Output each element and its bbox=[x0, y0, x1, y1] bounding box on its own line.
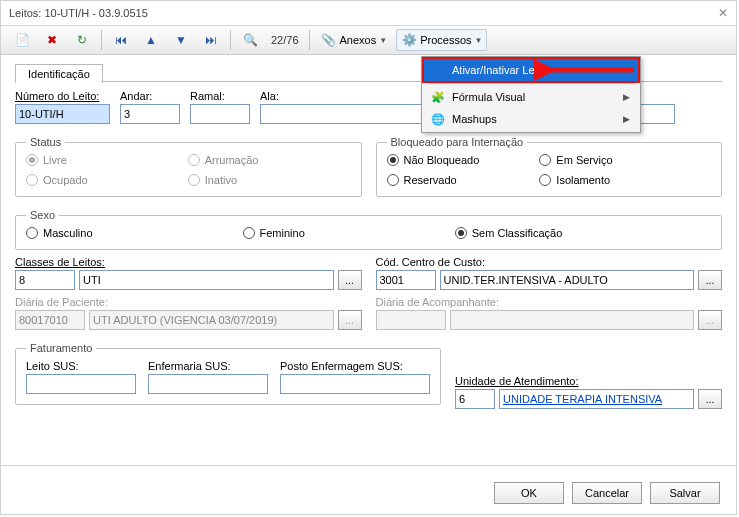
bloq-isolamento[interactable]: Isolamento bbox=[539, 174, 612, 186]
search-button[interactable]: 🔍 bbox=[237, 29, 263, 51]
x-icon: ✖ bbox=[44, 32, 60, 48]
bloqueado-group: Bloqueado para Internação Não Bloqueado … bbox=[376, 136, 723, 197]
classes-label: Classes de Leitos: bbox=[15, 256, 362, 268]
sexo-group: Sexo Masculino Feminino Sem Classificaçã… bbox=[15, 209, 722, 250]
last-button[interactable]: ⏭ bbox=[198, 29, 224, 51]
unidade-label: Unidade de Atendimento: bbox=[455, 375, 722, 387]
last-icon: ⏭ bbox=[203, 32, 219, 48]
paperclip-icon: 📎 bbox=[321, 32, 337, 48]
bloq-nao[interactable]: Não Bloqueado bbox=[387, 154, 480, 166]
classes-desc-input[interactable] bbox=[79, 270, 334, 290]
menu-item-label: Mashups bbox=[452, 113, 497, 125]
faturamento-group: Faturamento Leito SUS: Enfermaria SUS: P… bbox=[15, 342, 441, 405]
leito-sus-label: Leito SUS: bbox=[26, 360, 136, 372]
footer-divider bbox=[1, 465, 736, 466]
enfermaria-sus-input[interactable] bbox=[148, 374, 268, 394]
sexo-fem[interactable]: Feminino bbox=[243, 227, 305, 239]
close-icon[interactable]: ✕ bbox=[718, 6, 728, 20]
unidade-code-input[interactable] bbox=[455, 389, 495, 409]
separator bbox=[230, 30, 231, 50]
ramal-input[interactable] bbox=[190, 104, 250, 124]
enfermaria-sus-label: Enfermaria SUS: bbox=[148, 360, 268, 372]
status-inativo: Inativo bbox=[188, 174, 259, 186]
centro-browse-button[interactable]: ... bbox=[698, 270, 722, 290]
refresh-icon: ↻ bbox=[74, 32, 90, 48]
tab-identificacao[interactable]: Identificação bbox=[15, 64, 103, 83]
first-icon: ⏮ bbox=[113, 32, 129, 48]
refresh-button[interactable]: ↻ bbox=[69, 29, 95, 51]
ramal-label: Ramal: bbox=[190, 90, 250, 102]
diaria-pac-browse-button: ... bbox=[338, 310, 362, 330]
chevron-right-icon: ▶ bbox=[623, 114, 630, 124]
sexo-sem[interactable]: Sem Classificação bbox=[455, 227, 562, 239]
diaria-acomp-desc-input bbox=[450, 310, 695, 330]
classes-browse-button[interactable]: ... bbox=[338, 270, 362, 290]
status-group: Status Livre Ocupado Arrumação Inativo bbox=[15, 136, 362, 197]
diaria-acomp-browse-button: ... bbox=[698, 310, 722, 330]
menu-item-mashups[interactable]: 🌐 Mashups ▶ bbox=[424, 108, 638, 130]
processos-menu: Ativar/Inativar Leito 🧩 Fórmula Visual ▶… bbox=[421, 56, 641, 133]
diaria-acomp-code-input bbox=[376, 310, 446, 330]
andar-input[interactable] bbox=[120, 104, 180, 124]
prev-button[interactable]: ▲ bbox=[138, 29, 164, 51]
toolbar: 📄 ✖ ↻ ⏮ ▲ ▼ ⏭ 🔍 22/76 📎 Anexos ▼ ⚙️ Proc… bbox=[1, 25, 736, 55]
first-button[interactable]: ⏮ bbox=[108, 29, 134, 51]
diagram-icon: 🧩 bbox=[430, 89, 446, 105]
unidade-browse-button[interactable]: ... bbox=[698, 389, 722, 409]
chevron-right-icon: ▶ bbox=[623, 92, 630, 102]
centro-label: Cód. Centro de Custo: bbox=[376, 256, 723, 268]
new-button[interactable]: 📄 bbox=[9, 29, 35, 51]
binoculars-icon: 🔍 bbox=[242, 32, 258, 48]
unidade-desc-input[interactable] bbox=[499, 389, 694, 409]
diaria-acomp-label: Diária de Acompanhante: bbox=[376, 296, 723, 308]
numero-leito-label: Número do Leito: bbox=[15, 90, 110, 102]
status-legend: Status bbox=[26, 136, 65, 148]
next-button[interactable]: ▼ bbox=[168, 29, 194, 51]
sexo-masc[interactable]: Masculino bbox=[26, 227, 93, 239]
status-arrumacao: Arrumação bbox=[188, 154, 259, 166]
andar-label: Andar: bbox=[120, 90, 180, 102]
anexos-label: Anexos bbox=[340, 34, 377, 46]
chevron-down-icon: ▼ bbox=[475, 36, 483, 45]
sexo-legend: Sexo bbox=[26, 209, 59, 221]
faturamento-legend: Faturamento bbox=[26, 342, 96, 354]
bloq-reservado[interactable]: Reservado bbox=[387, 174, 480, 186]
page-icon: 📄 bbox=[14, 32, 30, 48]
next-icon: ▼ bbox=[173, 32, 189, 48]
centro-code-input[interactable] bbox=[376, 270, 436, 290]
window-title: Leitos: 10-UTI/H - 03.9.0515 bbox=[9, 7, 148, 19]
diaria-pac-code-input bbox=[15, 310, 85, 330]
posto-sus-label: Posto Enfermagem SUS: bbox=[280, 360, 430, 372]
processos-button[interactable]: ⚙️ Processos ▼ bbox=[396, 29, 487, 51]
delete-button[interactable]: ✖ bbox=[39, 29, 65, 51]
save-button[interactable]: Salvar bbox=[650, 482, 720, 504]
bloq-servico[interactable]: Em Serviço bbox=[539, 154, 612, 166]
menu-item-ativar-inativar[interactable]: Ativar/Inativar Leito bbox=[424, 59, 638, 81]
anexos-button[interactable]: 📎 Anexos ▼ bbox=[316, 29, 393, 51]
pager-label: 22/76 bbox=[267, 34, 303, 46]
globe-icon: 🌐 bbox=[430, 111, 446, 127]
gears-icon: ⚙️ bbox=[401, 32, 417, 48]
toggle-icon bbox=[430, 62, 446, 78]
leito-sus-input[interactable] bbox=[26, 374, 136, 394]
separator bbox=[101, 30, 102, 50]
chevron-down-icon: ▼ bbox=[379, 36, 387, 45]
status-ocupado: Ocupado bbox=[26, 174, 88, 186]
separator bbox=[428, 83, 634, 84]
diaria-pac-label: Diária de Paciente: bbox=[15, 296, 362, 308]
classes-code-input[interactable] bbox=[15, 270, 75, 290]
menu-item-label: Ativar/Inativar Leito bbox=[452, 64, 546, 76]
centro-desc-input[interactable] bbox=[440, 270, 695, 290]
processos-label: Processos bbox=[420, 34, 471, 46]
menu-item-label: Fórmula Visual bbox=[452, 91, 525, 103]
diaria-pac-desc-input bbox=[89, 310, 334, 330]
bloqueado-legend: Bloqueado para Internação bbox=[387, 136, 528, 148]
numero-leito-input[interactable] bbox=[15, 104, 110, 124]
cancel-button[interactable]: Cancelar bbox=[572, 482, 642, 504]
ok-button[interactable]: OK bbox=[494, 482, 564, 504]
menu-item-formula-visual[interactable]: 🧩 Fórmula Visual ▶ bbox=[424, 86, 638, 108]
prev-icon: ▲ bbox=[143, 32, 159, 48]
separator bbox=[309, 30, 310, 50]
status-livre: Livre bbox=[26, 154, 88, 166]
posto-sus-input[interactable] bbox=[280, 374, 430, 394]
